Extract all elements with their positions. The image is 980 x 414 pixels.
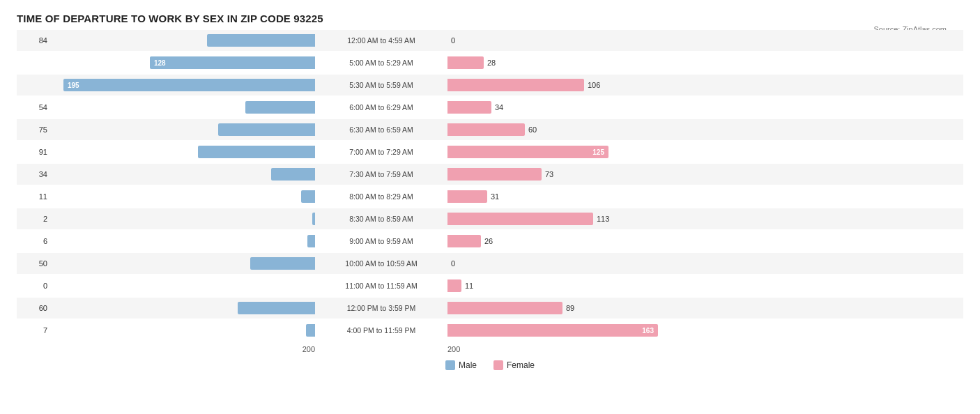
male-bar	[245, 101, 315, 114]
time-range-label: 7:00 AM to 7:29 AM	[315, 148, 447, 156]
table-row: 1955:30 AM to 5:59 AM106	[17, 75, 963, 95]
time-range-label: 6:30 AM to 6:59 AM	[315, 125, 447, 134]
female-value-label: 60	[525, 125, 537, 134]
male-bar-area: 195	[50, 79, 315, 91]
time-range-label: 10:00 AM to 10:59 AM	[315, 259, 447, 268]
female-bar	[447, 302, 562, 314]
male-value-label: 2	[17, 215, 50, 223]
female-bar-area: 11	[447, 279, 712, 292]
female-bar-area: 60	[447, 123, 712, 136]
male-value-label: 75	[17, 125, 50, 134]
time-range-label: 11:00 AM to 11:59 AM	[315, 282, 447, 290]
male-bar-area	[50, 235, 315, 247]
female-value-label: 31	[487, 192, 499, 201]
table-row: 69:00 AM to 9:59 AM26	[17, 231, 963, 252]
table-row: 011:00 AM to 11:59 AM11	[17, 275, 963, 296]
time-range-label: 5:30 AM to 5:59 AM	[315, 81, 447, 89]
chart-title: TIME OF DEPARTURE TO WORK BY SEX IN ZIP …	[17, 13, 963, 24]
table-row: 756:30 AM to 6:59 AM60	[17, 119, 963, 140]
legend: Male Female	[17, 360, 963, 370]
male-bar	[271, 168, 315, 181]
female-bar	[447, 279, 461, 292]
female-bar	[447, 56, 484, 69]
time-range-label: 8:30 AM to 8:59 AM	[315, 215, 447, 223]
time-range-label: 12:00 AM to 4:59 AM	[315, 36, 447, 45]
female-value-label: 11	[461, 282, 473, 290]
male-bar-area	[50, 168, 315, 181]
male-value-inside: 195	[68, 82, 79, 89]
axis-row: 200 200	[17, 345, 963, 353]
female-value-label: 89	[562, 304, 574, 312]
male-value-label: 54	[17, 103, 50, 112]
female-bar	[447, 101, 491, 114]
male-bar	[312, 213, 315, 225]
male-bar-area	[50, 123, 315, 136]
axis-right-label: 200	[447, 345, 712, 353]
table-row: 5010:00 AM to 10:59 AM0	[17, 253, 963, 274]
table-row: 1285:00 AM to 5:29 AM28	[17, 52, 963, 73]
female-bar	[447, 123, 525, 136]
female-bar: 163	[447, 324, 658, 337]
female-value-label: 28	[484, 59, 496, 67]
female-value-label: 0	[447, 36, 455, 45]
female-bar-area: 163	[447, 324, 712, 337]
female-bar-area: 0	[447, 259, 712, 268]
male-bar	[250, 257, 315, 270]
female-bar-area: 113	[447, 213, 712, 225]
female-value-inside: 125	[592, 148, 604, 156]
legend-female-label: Female	[507, 360, 535, 370]
male-value-label: 50	[17, 259, 50, 268]
table-row: 347:30 AM to 7:59 AM73	[17, 164, 963, 185]
female-bar-area: 0	[447, 36, 712, 45]
male-value-label: 6	[17, 237, 50, 245]
time-range-label: 6:00 AM to 6:29 AM	[315, 103, 447, 112]
table-row: 917:00 AM to 7:29 AM125	[17, 141, 963, 162]
female-bar	[447, 235, 481, 247]
legend-female-box	[493, 360, 503, 370]
female-bar-area: 31	[447, 190, 712, 203]
table-row: 74:00 PM to 11:59 PM163	[17, 320, 963, 341]
male-value-label: 60	[17, 304, 50, 312]
male-value-label: 84	[17, 36, 50, 45]
time-range-label: 9:00 AM to 9:59 AM	[315, 237, 447, 245]
female-bar-area: 125	[447, 146, 712, 158]
female-bar-area: 34	[447, 101, 712, 114]
male-value-inside: 128	[154, 59, 166, 67]
time-range-label: 5:00 AM to 5:29 AM	[315, 59, 447, 67]
male-bar-area	[50, 257, 315, 270]
male-bar	[301, 190, 315, 203]
time-range-label: 7:30 AM to 7:59 AM	[315, 170, 447, 178]
male-bar-area	[50, 101, 315, 114]
legend-male: Male	[445, 360, 477, 370]
female-value-label: 106	[584, 81, 600, 89]
table-row: 6012:00 PM to 3:59 PM89	[17, 298, 963, 319]
female-bar: 125	[447, 146, 608, 158]
table-row: 546:00 AM to 6:29 AM34	[17, 97, 963, 118]
female-bar-area: 73	[447, 168, 712, 181]
male-bar-area	[50, 146, 315, 158]
male-bar-area	[50, 302, 315, 314]
female-value-inside: 163	[642, 327, 654, 335]
male-bar-area	[50, 34, 315, 47]
male-bar	[238, 302, 315, 314]
time-range-label: 4:00 PM to 11:59 PM	[315, 326, 447, 335]
female-bar-area: 28	[447, 56, 712, 69]
table-row: 28:30 AM to 8:59 AM113	[17, 208, 963, 229]
legend-male-label: Male	[459, 360, 477, 370]
female-bar	[447, 190, 487, 203]
legend-female: Female	[493, 360, 535, 370]
time-range-label: 8:00 AM to 8:29 AM	[315, 192, 447, 201]
male-bar	[307, 235, 315, 247]
female-bar	[447, 213, 593, 225]
time-range-label: 12:00 PM to 3:59 PM	[315, 304, 447, 312]
table-row: 118:00 AM to 8:29 AM31	[17, 186, 963, 207]
female-value-label: 73	[542, 170, 553, 178]
legend-male-box	[445, 360, 455, 370]
female-bar	[447, 79, 584, 91]
male-value-label: 91	[17, 148, 50, 156]
male-bar-area: 128	[50, 56, 315, 69]
male-bar: 128	[150, 56, 315, 69]
female-value-label: 113	[593, 215, 609, 223]
male-value-label: 7	[17, 326, 50, 335]
female-bar	[447, 168, 542, 181]
